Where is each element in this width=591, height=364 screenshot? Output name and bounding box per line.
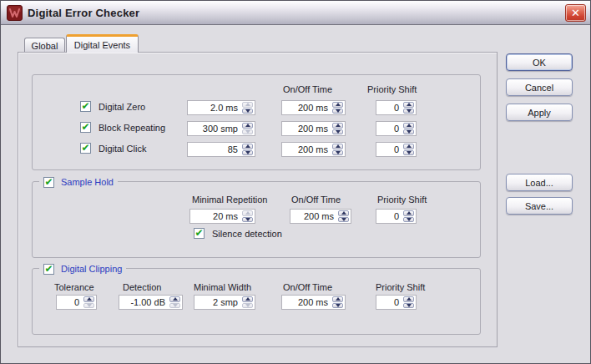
digital-clipping-label: Digital Clipping (61, 264, 122, 274)
spinner (242, 210, 253, 222)
apply-button[interactable]: Apply (506, 104, 573, 121)
block-repeating-value-input[interactable]: 300 smp (187, 121, 255, 136)
digital-click-onoff-input[interactable]: 200 ms (281, 142, 346, 157)
block-repeating-onoff-value: 200 ms (298, 124, 328, 134)
digital-clipping-onoff-value: 200 ms (298, 297, 328, 307)
spin-down-button[interactable] (332, 150, 343, 156)
spinner (403, 144, 414, 155)
checkmark-icon: ✔ (44, 178, 53, 186)
digital-click-priority-input[interactable]: 0 (376, 142, 417, 157)
digital-zero-value-input[interactable]: 2.0 ms (187, 100, 255, 115)
digital-click-value-input[interactable]: 85 (187, 142, 255, 157)
spin-down-button (83, 303, 94, 309)
spin-up-button[interactable] (403, 144, 414, 149)
digital-clipping-priority-value: 0 (394, 297, 399, 307)
digital-clipping-onoff-input[interactable]: 200 ms (281, 295, 346, 310)
detection-value: -1.00 dB (130, 297, 165, 307)
spinner (403, 102, 414, 114)
digital-clipping-checkbox[interactable]: ✔ (43, 264, 54, 275)
spinner (338, 210, 349, 222)
spin-down-button[interactable] (403, 303, 414, 309)
spin-up-button[interactable] (332, 123, 343, 129)
silence-detection-checkbox[interactable]: ✔ (194, 228, 205, 239)
spin-down-button[interactable] (403, 129, 414, 135)
digital-error-checker-dialog: Digital Error Checker ✕ Global Digital E… (0, 0, 591, 364)
minimal-width-input[interactable]: 2 smp (194, 295, 255, 310)
tolerance-input[interactable]: 0 (56, 295, 97, 310)
digital-zero-priority-input[interactable]: 0 (376, 100, 417, 115)
spinner (242, 123, 253, 134)
digital-click-checkbox[interactable]: ✔ (80, 143, 91, 154)
save-button[interactable]: Save... (506, 197, 573, 215)
spin-down-button[interactable] (242, 109, 253, 114)
spin-down-button[interactable] (403, 109, 414, 114)
ok-button-label: OK (533, 58, 546, 68)
minimal-width-header: Minimal Width (194, 282, 251, 292)
spin-down-button[interactable] (403, 150, 414, 156)
sample-hold-priority-input[interactable]: 0 (376, 209, 417, 224)
sample-hold-onoff-input[interactable]: 200 ms (290, 209, 351, 224)
block-repeating-onoff-input[interactable]: 200 ms (281, 121, 346, 136)
load-button-label: Load... (525, 178, 553, 188)
digital-zero-priority-value: 0 (394, 103, 399, 113)
digital-clipping-title: ✔ Digital Clipping (39, 262, 126, 276)
sample-hold-label: Sample Hold (61, 177, 114, 187)
spinner (242, 144, 253, 155)
spin-up-button[interactable] (242, 296, 253, 302)
spin-up-button[interactable] (403, 296, 414, 302)
spin-up-button[interactable] (332, 296, 343, 302)
spin-up-button[interactable] (242, 144, 253, 149)
spin-up-button[interactable] (242, 123, 253, 129)
spin-up-button[interactable] (338, 210, 349, 216)
digital-clipping-priority-input[interactable]: 0 (376, 295, 417, 310)
spinner (332, 123, 343, 134)
digital-zero-checkbox[interactable]: ✔ (80, 101, 91, 112)
tab-global-label: Global (32, 41, 58, 51)
tolerance-value: 0 (74, 297, 79, 307)
spin-up-button[interactable] (332, 102, 343, 108)
block-repeating-priority-input[interactable]: 0 (376, 121, 417, 136)
title-bar[interactable]: Digital Error Checker ✕ (1, 1, 590, 25)
app-icon (7, 5, 23, 21)
spin-up-button[interactable] (403, 123, 414, 129)
digital-events-group: On/Off Time Priority Shift ✔ Digital Zer… (32, 74, 481, 170)
minimal-repetition-value: 20 ms (213, 211, 238, 221)
spin-down-button[interactable] (338, 217, 349, 223)
tab-digital-events-label: Digital Events (74, 40, 130, 50)
spinner (169, 296, 180, 308)
checkmark-icon: ✔ (194, 229, 203, 237)
spin-up-button[interactable] (403, 102, 414, 108)
sample-hold-checkbox[interactable]: ✔ (43, 177, 54, 188)
load-button[interactable]: Load... (506, 174, 573, 191)
spin-down-button[interactable] (332, 303, 343, 309)
digital-click-onoff-value: 200 ms (298, 144, 328, 154)
spin-down-button (169, 303, 180, 309)
close-button[interactable]: ✕ (565, 4, 586, 22)
save-button-label: Save... (525, 201, 553, 211)
digital-zero-onoff-input[interactable]: 200 ms (281, 100, 346, 115)
detection-input[interactable]: -1.00 dB (119, 295, 183, 310)
digital-zero-value: 2.0 ms (210, 103, 238, 113)
cancel-button[interactable]: Cancel (506, 78, 573, 96)
spin-down-button (242, 129, 253, 135)
tab-global[interactable]: Global (24, 38, 65, 53)
tolerance-header: Tolerance (54, 282, 94, 292)
ok-button[interactable]: OK (506, 53, 573, 71)
spin-up-button[interactable] (403, 210, 414, 216)
spin-up-button[interactable] (332, 144, 343, 149)
spinner (403, 210, 414, 222)
minimal-repetition-input[interactable]: 20 ms (189, 209, 255, 224)
spin-down-button[interactable] (332, 129, 343, 135)
spin-down-button[interactable] (403, 217, 414, 223)
digital-clipping-group: ✔ Digital Clipping Tolerance Detection M… (32, 268, 481, 335)
spin-down-button[interactable] (242, 217, 253, 223)
sample-hold-group: ✔ Sample Hold Minimal Repetition On/Off … (32, 181, 481, 258)
detection-header: Detection (123, 282, 161, 292)
spin-down-button[interactable] (332, 109, 343, 114)
block-repeating-checkbox[interactable]: ✔ (80, 122, 91, 133)
spinner (403, 123, 414, 134)
spin-up-button[interactable] (169, 296, 180, 302)
tab-digital-events[interactable]: Digital Events (66, 34, 139, 53)
spin-up-button[interactable] (83, 296, 94, 302)
spin-down-button[interactable] (242, 150, 253, 156)
